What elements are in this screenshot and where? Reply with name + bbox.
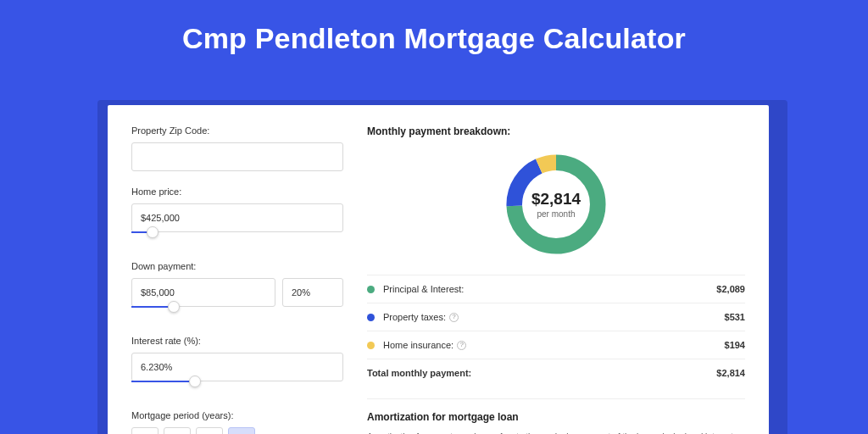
period-option-20[interactable]: 20: [196, 427, 223, 434]
zip-field-group: Property Zip Code:: [131, 125, 343, 171]
legend-dot-icon: [367, 342, 375, 349]
home-price-group: Home price:: [131, 186, 343, 246]
interest-rate-group: Interest rate (%):: [131, 336, 343, 395]
legend-label: Principal & Interest:: [383, 284, 716, 294]
mortgage-period-group: Mortgage period (years): 10152030: [131, 410, 343, 434]
home-price-slider[interactable]: [131, 231, 343, 246]
breakdown-column: Monthly payment breakdown: $2,814 per mo…: [367, 125, 745, 434]
period-option-15[interactable]: 15: [164, 427, 191, 434]
legend-dot-icon: [367, 286, 375, 293]
period-option-30[interactable]: 30: [228, 427, 255, 434]
legend-total-row: Total monthly payment: $2,814: [367, 359, 745, 387]
slider-thumb[interactable]: [189, 376, 201, 387]
total-label: Total monthly payment:: [367, 368, 716, 378]
info-icon[interactable]: ?: [457, 341, 466, 350]
down-payment-input[interactable]: [131, 278, 275, 307]
legend-row: Property taxes:?$531: [367, 303, 745, 331]
mortgage-period-label: Mortgage period (years):: [131, 410, 343, 420]
home-price-label: Home price:: [131, 186, 343, 197]
amortization-block: Amortization for mortgage loan Amortizat…: [367, 398, 745, 434]
interest-rate-slider[interactable]: [131, 380, 343, 395]
legend-dot-icon: [367, 314, 375, 321]
breakdown-heading: Monthly payment breakdown:: [367, 125, 745, 137]
total-value: $2,814: [716, 368, 745, 378]
donut-wrap: $2,814 per month: [367, 149, 745, 259]
donut-sub: per month: [537, 209, 575, 219]
down-payment-group: Down payment:: [131, 261, 343, 320]
legend-label: Home insurance:?: [383, 340, 725, 350]
zip-input[interactable]: [131, 142, 343, 171]
zip-label: Property Zip Code:: [131, 125, 343, 136]
page-title: Cmp Pendleton Mortgage Calculator: [0, 0, 868, 72]
donut-amount: $2,814: [531, 190, 581, 209]
slider-fill: [131, 381, 195, 382]
form-column: Property Zip Code: Home price: Down paym…: [131, 125, 343, 434]
legend-row: Principal & Interest:$2,089: [367, 275, 745, 303]
home-price-input[interactable]: [131, 203, 343, 232]
legend: Principal & Interest:$2,089Property taxe…: [367, 275, 745, 359]
info-icon[interactable]: ?: [449, 313, 459, 322]
interest-rate-input[interactable]: [131, 353, 343, 381]
legend-value: $194: [725, 340, 745, 350]
amortization-title: Amortization for mortgage loan: [367, 411, 745, 423]
period-option-10[interactable]: 10: [131, 427, 159, 434]
legend-label: Property taxes:?: [383, 312, 725, 322]
calculator-card: Property Zip Code: Home price: Down paym…: [108, 105, 769, 434]
donut-chart: $2,814 per month: [501, 149, 611, 259]
legend-value: $531: [725, 312, 745, 322]
down-payment-slider[interactable]: [131, 305, 343, 320]
down-payment-pct-input[interactable]: [282, 278, 343, 307]
legend-row: Home insurance:?$194: [367, 331, 745, 359]
legend-value: $2,089: [716, 284, 745, 294]
slider-thumb[interactable]: [147, 226, 159, 238]
down-payment-label: Down payment:: [131, 261, 343, 271]
interest-rate-label: Interest rate (%):: [131, 336, 343, 346]
slider-thumb[interactable]: [168, 301, 180, 313]
period-options: 10152030: [131, 427, 343, 434]
donut-center: $2,814 per month: [501, 149, 611, 259]
